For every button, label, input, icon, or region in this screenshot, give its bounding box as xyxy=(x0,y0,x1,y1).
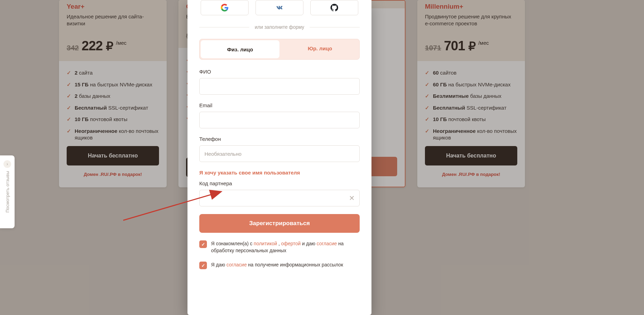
old-price: 1071 xyxy=(425,44,441,52)
feature: Неограниченное кол-во почтовых ящиков xyxy=(425,128,517,141)
feature: Бесплатный SSL-сертификат xyxy=(425,104,517,111)
feature: 60 ГБ на быстрых NVMe-дисках xyxy=(425,81,517,88)
plan-subtitle: Продвинутое решение для крупных e-commer… xyxy=(425,13,517,27)
specify-username-link[interactable]: Я хочу указать свое имя пользователя xyxy=(199,170,360,176)
policy-link[interactable]: политикой xyxy=(254,241,277,246)
gift-text: Домен .RU/.РФ в подарок! xyxy=(67,172,159,177)
start-free-button[interactable]: Начать бесплатно xyxy=(67,146,159,165)
old-price: 342 xyxy=(67,44,79,52)
divider-text: или заполните форму xyxy=(199,24,360,30)
vk-login-button[interactable] xyxy=(256,0,303,15)
price: 222 xyxy=(82,39,102,53)
feature: Неограниченное кол-во почтовых ящиков xyxy=(67,128,159,141)
feature: 10 ГБ почтовой квоты xyxy=(67,116,159,123)
fio-input[interactable] xyxy=(199,78,360,95)
feature: 10 ГБ почтовой квоты xyxy=(425,116,517,123)
agree-link[interactable]: согласие xyxy=(317,241,337,246)
consent-newsletter-checkbox[interactable]: ✓ xyxy=(199,262,207,269)
consent-policy-text: Я ознакомлен(а) с политикой , офертой и … xyxy=(211,240,360,254)
entity-type-tabs: Физ. лицо Юр. лицо xyxy=(199,39,360,60)
feature: 60 сайтов xyxy=(425,69,517,76)
plan-title: Millennium+ xyxy=(425,0,517,10)
ruble-icon: ₽ xyxy=(106,40,113,53)
phone-label: Телефон xyxy=(199,136,360,142)
feature: Бесплатный SSL-сертификат xyxy=(67,104,159,111)
vk-icon xyxy=(275,3,284,12)
feature: Безлимитные базы данных xyxy=(425,93,517,100)
google-login-button[interactable] xyxy=(201,0,249,15)
per-month: /мес xyxy=(478,40,489,46)
gift-text: Домен .RU/.РФ в подарок! xyxy=(425,172,517,177)
fio-label: ФИО xyxy=(199,69,360,75)
phone-input[interactable] xyxy=(199,145,360,162)
plan-card-millennium: Millennium+ Продвинутое решение для круп… xyxy=(417,0,525,187)
consent-newsletter-text: Я даю согласие на получение информационн… xyxy=(211,262,343,269)
plan-subtitle: Идеальное решение для сайта-визитки xyxy=(67,13,159,27)
github-login-button[interactable] xyxy=(310,0,358,15)
offer-link[interactable]: офертой xyxy=(281,241,301,246)
feature: 15 ГБ на быстрых NVMe-дисках xyxy=(67,81,159,88)
plan-title: Year+ xyxy=(67,0,159,10)
clear-icon[interactable]: ✕ xyxy=(349,194,355,202)
start-free-button[interactable]: Начать бесплатно xyxy=(425,146,517,165)
feature: 2 сайта xyxy=(67,69,159,76)
partner-label: Код партнера xyxy=(199,180,360,186)
agree-link-2[interactable]: согласие xyxy=(226,262,246,267)
register-modal: или заполните форму Физ. лицо Юр. лицо Ф… xyxy=(187,0,371,315)
email-input[interactable] xyxy=(199,112,360,128)
reviews-label: Посмотреть отзывы xyxy=(5,171,10,213)
google-icon xyxy=(221,4,228,11)
email-label: Email xyxy=(199,102,360,108)
chevron-right-icon: › xyxy=(3,160,11,168)
register-button[interactable]: Зарегистрироваться xyxy=(199,214,360,233)
per-month: /мес xyxy=(116,40,126,46)
github-icon xyxy=(331,4,338,11)
tab-individual[interactable]: Физ. лицо xyxy=(201,40,279,58)
tab-legal[interactable]: Юр. лицо xyxy=(281,39,359,57)
consent-policy-checkbox[interactable]: ✓ xyxy=(199,240,207,248)
partner-code-input[interactable] xyxy=(199,190,360,206)
price: 701 xyxy=(444,39,465,53)
reviews-side-tab[interactable]: › Посмотреть отзывы xyxy=(0,155,15,228)
ruble-icon: ₽ xyxy=(468,40,476,53)
plan-card-year: Year+ Идеальное решение для сайта-визитк… xyxy=(59,0,167,187)
feature: 2 базы данных xyxy=(67,93,159,100)
